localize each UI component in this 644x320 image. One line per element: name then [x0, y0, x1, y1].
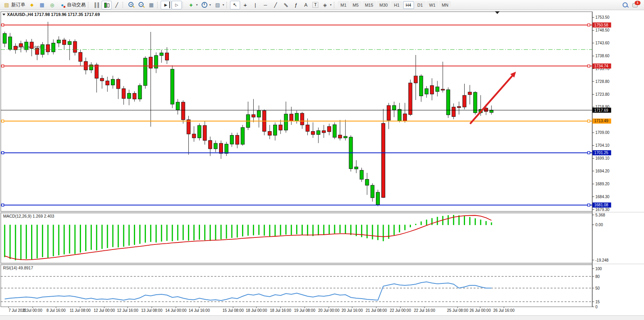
chevron-down-icon: ▾: [196, 3, 198, 7]
new-order-button-label: 新订单: [11, 2, 25, 8]
arrows-icon: ◈: [321, 2, 328, 8]
timeframe-d1[interactable]: D1: [415, 1, 426, 9]
chart-window[interactable]: #67013 buy 0.01XAUUSD-,H4 1717.98 1719.9…: [0, 10, 644, 315]
price-level-badge-text: 1717.69: [594, 108, 609, 113]
autotrade-icon: ●: [59, 2, 66, 8]
channel-button[interactable]: ∥: [281, 1, 291, 9]
date-tick-label: 8 Jul 00:00: [23, 308, 42, 313]
timeframe-mn[interactable]: MN: [439, 1, 451, 9]
cursor-icon: ↖: [232, 2, 239, 8]
line-handle[interactable]: [2, 65, 4, 67]
line-handle[interactable]: [2, 151, 4, 154]
channel-icon: ∥: [281, 0, 291, 10]
pane-frame: [1, 265, 592, 307]
toolbar-group-scroll: ▶▷: [161, 0, 182, 10]
line-handle[interactable]: [588, 151, 590, 154]
timeframe-w1[interactable]: W1: [426, 1, 439, 9]
date-tick-label: 26 Jul 16:00: [493, 308, 515, 313]
date-tick-label: 15 Jul 08:00: [223, 308, 244, 313]
zoom-out-icon: −: [138, 2, 145, 8]
trendline-button[interactable]: ╱: [270, 1, 281, 9]
line-handle[interactable]: [2, 24, 4, 26]
bar-chart-button[interactable]: ║║: [91, 1, 102, 9]
auto-trading-button-label: 自动交易: [67, 2, 86, 8]
cursor-button[interactable]: ↖: [230, 1, 240, 9]
rsi-tick-label: 50: [595, 286, 600, 290]
zoom-in-button[interactable]: +: [126, 1, 136, 9]
timeframe-m15[interactable]: M15: [362, 1, 376, 9]
price-level-badge-text: 1701.25: [594, 151, 609, 155]
price-tick-label: 1699.10: [595, 156, 610, 160]
zoom-out-button[interactable]: −: [136, 1, 146, 9]
vertical-line-button[interactable]: |: [250, 1, 260, 9]
signals-button[interactable]: ◎: [47, 1, 57, 9]
arrows-button[interactable]: ◈▾: [320, 1, 333, 9]
date-tick-label: 12 Jul 16:00: [117, 308, 139, 313]
market-watch-icon: ▦: [39, 2, 46, 8]
line-handle[interactable]: [588, 120, 590, 122]
line-handle[interactable]: [588, 24, 590, 26]
indicators-icon: +: [188, 2, 195, 8]
crosshair-button[interactable]: +: [240, 1, 250, 9]
price-chart-canvas[interactable]: #67013 buy 0.01XAUUSD-,H4 1717.98 1719.9…: [0, 10, 644, 315]
notifications-icon[interactable]: 1: [632, 2, 639, 8]
new-order-icon: ▤: [3, 2, 10, 8]
zoom-in-icon: +: [128, 2, 135, 8]
price-tick-label: 1709.00: [595, 130, 610, 135]
text-button[interactable]: A: [301, 1, 311, 9]
fibonacci-button[interactable]: ƒ: [291, 1, 301, 9]
price-level-badge-text: 1750.58: [594, 23, 609, 27]
date-tick-label: 18 Jul 16:00: [270, 308, 291, 313]
templates-button[interactable]: ▨▾: [212, 1, 226, 9]
line-handle[interactable]: [2, 204, 4, 206]
text-icon: A: [302, 2, 309, 8]
toolbar-separator: [182, 2, 184, 8]
clock-icon: [201, 2, 208, 8]
indicators-button[interactable]: +▾: [186, 1, 199, 9]
auto-trading-button[interactable]: ●自动交易: [57, 1, 87, 9]
line-chart-button[interactable]: ╱: [112, 1, 122, 9]
toolbar-separator: [226, 2, 228, 8]
trendline-icon: ╱: [272, 2, 279, 8]
date-tick-label: 25 Jul 08:00: [447, 308, 469, 313]
toolbar-group-chart-types: ║║╱: [91, 0, 122, 10]
periods-button[interactable]: ▾: [199, 1, 212, 9]
hline-icon: ─: [262, 2, 269, 8]
gold-icon: ◆: [28, 2, 35, 8]
timeframe-m5[interactable]: M5: [350, 1, 361, 9]
autoscroll-icon: ▶: [162, 2, 170, 8]
timeframe-m1[interactable]: M1: [338, 1, 349, 9]
timeframe-m30[interactable]: M30: [377, 1, 390, 9]
chart-shift-button[interactable]: ▷: [172, 1, 182, 9]
tile-windows-button[interactable]: ▦: [146, 1, 156, 9]
text-label-button[interactable]: T: [311, 1, 320, 9]
gold-symbols-button[interactable]: ◆: [27, 1, 37, 9]
toolbar-separator: [88, 2, 90, 8]
timeframe-h1[interactable]: H1: [391, 1, 402, 9]
pane-frame: [1, 213, 592, 263]
pane-frame: [1, 12, 592, 211]
new-order-button[interactable]: ▤新订单: [2, 1, 27, 9]
price-tick-label: 1679.30: [595, 207, 610, 212]
search-icon[interactable]: [622, 2, 628, 8]
label-icon: T: [312, 2, 318, 8]
date-tick-label: 22 Jul 00:00: [390, 308, 411, 313]
toolbar-group-drawing: ↖+|─╱∥ƒAT◈▾: [230, 0, 333, 10]
price-level-badge-text: 1713.49: [594, 119, 609, 123]
candlestick-chart-button[interactable]: [102, 1, 112, 9]
price-tick-label: 1743.60: [595, 41, 610, 45]
line-handle[interactable]: [588, 65, 590, 67]
rsi-tick-label: 0: [595, 305, 598, 309]
date-tick-label: 14 Jul 00:00: [165, 308, 187, 313]
line-handle[interactable]: [588, 204, 590, 206]
horizontal-line-button[interactable]: ─: [260, 1, 270, 9]
market-watch-button[interactable]: ▦: [37, 1, 47, 9]
line-handle[interactable]: [2, 120, 4, 122]
macd-tick-label: -19.248: [595, 258, 609, 262]
timeframe-group: M1M5M15M30H1H4D1W1MN: [337, 0, 451, 10]
crosshair-icon: +: [242, 2, 249, 8]
auto-scroll-button[interactable]: ▶: [161, 1, 172, 9]
macd-tick-label: 5.368: [595, 213, 605, 217]
rsi-tick-label: 100: [595, 267, 602, 271]
timeframe-h4[interactable]: H4: [403, 1, 414, 9]
